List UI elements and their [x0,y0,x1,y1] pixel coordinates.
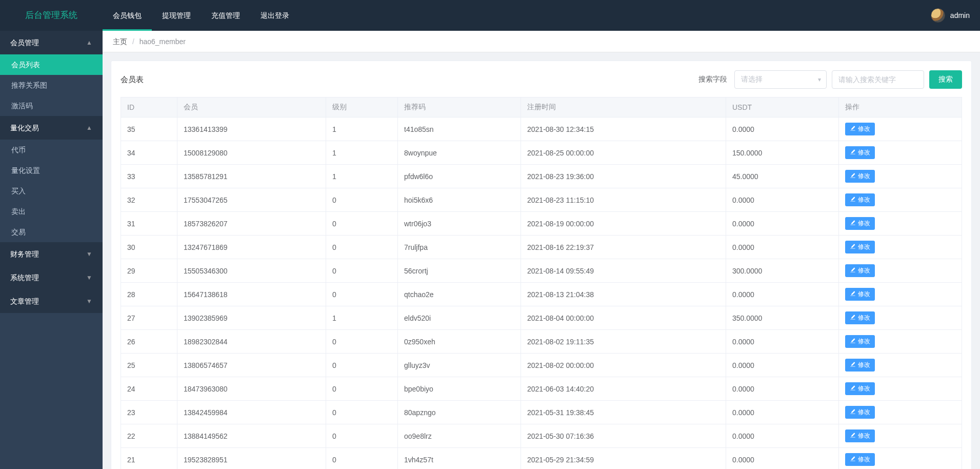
cell-code: 0z950xeh [398,330,521,354]
edit-button[interactable]: 修改 [845,453,875,466]
cell-action: 修改 [839,330,962,354]
cell-id: 21 [121,448,177,470]
sidebar-item-1-2[interactable]: 买入 [0,181,103,201]
edit-button[interactable]: 修改 [845,335,875,348]
edit-button[interactable]: 修改 [845,359,875,372]
cell-code: eldv520i [398,306,521,330]
cell-time: 2021-05-30 07:16:36 [521,424,726,448]
sidebar: 会员管理▲会员列表推荐关系图激活码量化交易▲代币量化设置买入卖出交易财务管理▼系… [0,31,103,469]
edit-icon [850,220,856,227]
edit-button[interactable]: 修改 [845,123,875,135]
sidebar-group-2[interactable]: 财务管理▼ [0,242,103,266]
cell-action: 修改 [839,165,962,188]
cell-usdt: 0.0000 [726,212,839,236]
table-row: 27139023859691eldv520i2021-08-04 00:00:0… [121,306,962,330]
edit-button[interactable]: 修改 [845,193,875,206]
cell-action: 修改 [839,212,962,236]
sidebar-group-1[interactable]: 量化交易▲ [0,116,103,140]
sidebar-item-0-2[interactable]: 激活码 [0,95,103,116]
sidebar-item-1-3[interactable]: 卖出 [0,201,103,222]
table-row: 32175530472650hoi5k6x62021-08-23 11:15:1… [121,188,962,212]
edit-button[interactable]: 修改 [845,264,875,277]
cell-id: 34 [121,141,177,165]
th-level: 级别 [326,97,398,118]
sidebar-group-3[interactable]: 系统管理▼ [0,266,103,289]
cell-usdt: 0.0000 [726,236,839,259]
cell-action: 修改 [839,259,962,283]
cell-level: 1 [326,306,398,330]
edit-button[interactable]: 修改 [845,429,875,442]
chevron-down-icon: ▼ [86,289,92,313]
cell-action: 修改 [839,401,962,424]
cell-code: glluyz3v [398,354,521,377]
sidebar-group-4[interactable]: 文章管理▼ [0,289,103,313]
cell-usdt: 0.0000 [726,424,839,448]
cell-level: 0 [326,401,398,424]
cell-code: hoi5k6x6 [398,188,521,212]
table-row: 211952382895101vh4z57t2021-05-29 21:34:5… [121,448,962,470]
sidebar-item-0-1[interactable]: 推荐关系图 [0,75,103,95]
edit-button[interactable]: 修改 [845,382,875,395]
edit-button[interactable]: 修改 [845,146,875,159]
cell-time: 2021-08-23 19:36:00 [521,165,726,188]
edit-button[interactable]: 修改 [845,288,875,301]
edit-button-label: 修改 [858,219,870,228]
cell-member: 18473963080 [177,377,326,401]
sidebar-item-1-0[interactable]: 代币 [0,140,103,160]
cell-code: 7ruljfpa [398,236,521,259]
select-placeholder: 请选择 [741,75,763,84]
cell-action: 修改 [839,141,962,165]
edit-icon [850,196,856,204]
cell-member: 15008129080 [177,141,326,165]
cell-code: 8woynpue [398,141,521,165]
cell-level: 1 [326,165,398,188]
cell-usdt: 0.0000 [726,118,839,141]
table-row: 33135857812911pfdw6l6o2021-08-23 19:36:0… [121,165,962,188]
sidebar-item-1-1[interactable]: 量化设置 [0,160,103,181]
user-menu[interactable]: admin [931,8,970,23]
edit-button-label: 修改 [858,196,870,204]
topnav-item-0[interactable]: 会员钱包 [103,0,152,31]
sidebar-item-0-0[interactable]: 会员列表 [0,54,103,75]
breadcrumb-sep: / [132,37,134,46]
table-row: 28156471386180qtchao2e2021-08-13 21:04:3… [121,283,962,306]
cell-id: 23 [121,401,177,424]
cell-member: 13361413399 [177,118,326,141]
cell-action: 修改 [839,424,962,448]
cell-member: 17553047265 [177,188,326,212]
topnav-item-3[interactable]: 退出登录 [250,0,299,31]
cell-id: 31 [121,212,177,236]
edit-button[interactable]: 修改 [845,241,875,253]
cell-code: bpe0biyo [398,377,521,401]
cell-usdt: 0.0000 [726,401,839,424]
cell-time: 2021-08-02 00:00:00 [521,354,726,377]
edit-button[interactable]: 修改 [845,170,875,183]
search-input[interactable] [832,70,924,89]
edit-button[interactable]: 修改 [845,311,875,324]
cell-member: 13247671869 [177,236,326,259]
cell-member: 13884149562 [177,424,326,448]
edit-button[interactable]: 修改 [845,217,875,230]
edit-button[interactable]: 修改 [845,406,875,419]
topnav-item-2[interactable]: 充值管理 [201,0,250,31]
breadcrumb-home[interactable]: 主页 [113,37,127,46]
cell-time: 2021-06-03 14:40:20 [521,377,726,401]
sidebar-group-label: 量化交易 [10,116,39,140]
cell-code: oo9e8lrz [398,424,521,448]
sidebar-item-1-4[interactable]: 交易 [0,222,103,242]
cell-code: wtr06jo3 [398,212,521,236]
edit-icon [850,125,856,133]
top-nav: 后台管理系统 会员钱包提现管理充值管理退出登录 admin [0,0,980,31]
search-button[interactable]: 搜索 [929,70,962,89]
sidebar-group-0[interactable]: 会员管理▲ [0,31,103,54]
edit-button-label: 修改 [858,266,870,275]
cell-id: 25 [121,354,177,377]
table-row: 2313842459984080apzngo2021-05-31 19:38:4… [121,401,962,424]
table-row: 261898230284400z950xeh2021-08-02 19:11:3… [121,330,962,354]
table-row: 25138065746570glluyz3v2021-08-02 00:00:0… [121,354,962,377]
table-row: 35133614133991t41o85sn2021-08-30 12:34:1… [121,118,962,141]
topnav-item-1[interactable]: 提现管理 [152,0,201,31]
cell-action: 修改 [839,188,962,212]
cell-usdt: 0.0000 [726,283,839,306]
search-field-select[interactable]: 请选择 ▾ [734,70,827,89]
